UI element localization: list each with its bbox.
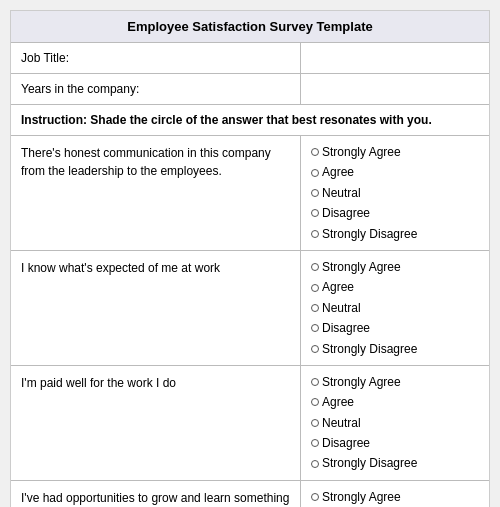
option-label: Strongly Disagree bbox=[322, 224, 417, 244]
question-text: I've had opportunities to grow and learn… bbox=[11, 481, 301, 507]
option-label: Strongly Disagree bbox=[322, 339, 417, 359]
option-label: Neutral bbox=[322, 298, 361, 318]
answer-option[interactable]: Strongly Disagree bbox=[311, 224, 479, 244]
option-label: Neutral bbox=[322, 183, 361, 203]
radio-icon[interactable] bbox=[311, 263, 319, 271]
option-label: Strongly Agree bbox=[322, 142, 401, 162]
question-row: There's honest communication in this com… bbox=[11, 136, 489, 251]
radio-icon[interactable] bbox=[311, 460, 319, 468]
radio-icon[interactable] bbox=[311, 398, 319, 406]
option-label: Strongly Agree bbox=[322, 372, 401, 392]
answer-option[interactable]: Strongly Agree bbox=[311, 142, 479, 162]
radio-icon[interactable] bbox=[311, 439, 319, 447]
option-label: Disagree bbox=[322, 433, 370, 453]
option-label: Strongly Disagree bbox=[322, 453, 417, 473]
radio-icon[interactable] bbox=[311, 419, 319, 427]
info-label: Job Title: bbox=[11, 43, 301, 73]
option-label: Agree bbox=[322, 277, 354, 297]
answer-option[interactable]: Strongly Agree bbox=[311, 257, 479, 277]
radio-icon[interactable] bbox=[311, 493, 319, 501]
radio-icon[interactable] bbox=[311, 324, 319, 332]
answer-options: Strongly AgreeAgreeNeutralDisagreeStrong… bbox=[301, 366, 489, 480]
answer-option[interactable]: Disagree bbox=[311, 433, 479, 453]
radio-icon[interactable] bbox=[311, 284, 319, 292]
option-label: Strongly Agree bbox=[322, 487, 401, 507]
answer-options: Strongly AgreeAgreeNeutralDisagreeStrong… bbox=[301, 251, 489, 365]
info-value[interactable] bbox=[301, 43, 489, 73]
radio-icon[interactable] bbox=[311, 209, 319, 217]
option-label: Neutral bbox=[322, 413, 361, 433]
option-label: Agree bbox=[322, 162, 354, 182]
answer-options: Strongly AgreeAgreeNeutralDisagreeStrong… bbox=[301, 481, 489, 507]
radio-icon[interactable] bbox=[311, 169, 319, 177]
option-label: Strongly Agree bbox=[322, 257, 401, 277]
question-row: I'm paid well for the work I doStrongly … bbox=[11, 366, 489, 481]
option-label: Disagree bbox=[322, 318, 370, 338]
answer-option[interactable]: Disagree bbox=[311, 318, 479, 338]
info-value[interactable] bbox=[301, 74, 489, 104]
answer-options: Strongly AgreeAgreeNeutralDisagreeStrong… bbox=[301, 136, 489, 250]
radio-icon[interactable] bbox=[311, 304, 319, 312]
answer-option[interactable]: Strongly Disagree bbox=[311, 339, 479, 359]
option-label: Disagree bbox=[322, 203, 370, 223]
answer-option[interactable]: Neutral bbox=[311, 413, 479, 433]
option-label: Agree bbox=[322, 392, 354, 412]
answer-option[interactable]: Neutral bbox=[311, 183, 479, 203]
question-row: I've had opportunities to grow and learn… bbox=[11, 481, 489, 507]
instruction-text: Instruction: Shade the circle of the ans… bbox=[11, 105, 489, 136]
question-text: I know what's expected of me at work bbox=[11, 251, 301, 365]
question-text: I'm paid well for the work I do bbox=[11, 366, 301, 480]
question-text: There's honest communication in this com… bbox=[11, 136, 301, 250]
radio-icon[interactable] bbox=[311, 378, 319, 386]
question-row: I know what's expected of me at workStro… bbox=[11, 251, 489, 366]
info-label: Years in the company: bbox=[11, 74, 301, 104]
radio-icon[interactable] bbox=[311, 189, 319, 197]
answer-option[interactable]: Disagree bbox=[311, 203, 479, 223]
radio-icon[interactable] bbox=[311, 148, 319, 156]
answer-option[interactable]: Strongly Agree bbox=[311, 372, 479, 392]
answer-option[interactable]: Strongly Agree bbox=[311, 487, 479, 507]
info-row: Years in the company: bbox=[11, 74, 489, 105]
radio-icon[interactable] bbox=[311, 345, 319, 353]
answer-option[interactable]: Agree bbox=[311, 277, 479, 297]
info-row: Job Title: bbox=[11, 43, 489, 74]
survey-container: Employee Satisfaction Survey Template Jo… bbox=[10, 10, 490, 507]
answer-option[interactable]: Agree bbox=[311, 162, 479, 182]
survey-title: Employee Satisfaction Survey Template bbox=[11, 11, 489, 43]
answer-option[interactable]: Agree bbox=[311, 392, 479, 412]
radio-icon[interactable] bbox=[311, 230, 319, 238]
answer-option[interactable]: Strongly Disagree bbox=[311, 453, 479, 473]
answer-option[interactable]: Neutral bbox=[311, 298, 479, 318]
